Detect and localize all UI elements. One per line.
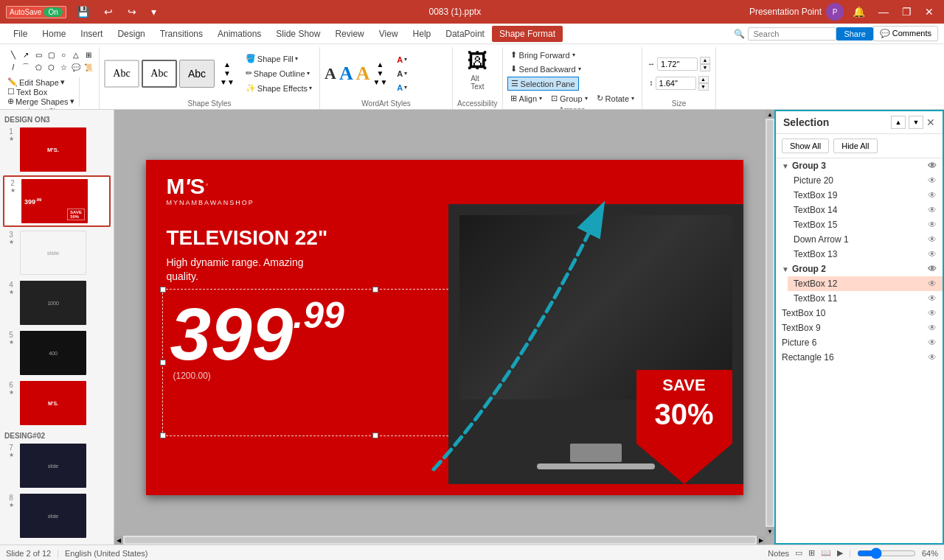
pentagon-icon[interactable]: ⬠ <box>32 61 44 73</box>
slide-item-6[interactable]: 6 ★ M'S. <box>3 379 111 427</box>
styles-expand[interactable]: ▼▼ <box>220 78 235 86</box>
redo-button[interactable]: ↪ <box>123 4 141 19</box>
scroll-icon[interactable]: 📜 <box>83 61 94 73</box>
bring-forward-button[interactable]: ⬆ Bring Forward ▾ <box>507 49 578 61</box>
pane-up-button[interactable]: ▲ <box>891 116 906 129</box>
text-outline-button[interactable]: A ▾ <box>394 68 410 80</box>
present-icon[interactable]: ▶ <box>837 548 843 558</box>
slide-item-1[interactable]: 1 ★ M'S. <box>3 125 111 174</box>
shape-outline-button[interactable]: ✏ Shape Outline ▾ <box>243 67 315 80</box>
line2-icon[interactable]: / <box>7 61 19 73</box>
height-up[interactable]: ▲ <box>698 76 709 83</box>
reading-view-icon[interactable]: 📖 <box>821 548 831 558</box>
slide-sorter-icon[interactable]: ⊞ <box>808 548 815 558</box>
tab-shapeformat[interactable]: Shape Format <box>492 26 563 42</box>
width-up[interactable]: ▲ <box>700 57 710 64</box>
more-icon[interactable]: ⊞ <box>83 49 94 60</box>
slide-thumb-5[interactable]: 400 <box>20 331 86 375</box>
restore-button[interactable]: ❐ <box>898 4 916 19</box>
close-button[interactable]: ✕ <box>920 4 938 19</box>
textbox10-eye[interactable]: 👁 <box>928 308 937 318</box>
wa-scroll-up[interactable]: ▲ <box>373 60 388 69</box>
triangle-icon[interactable]: △ <box>70 49 82 60</box>
sel-item-textbox10[interactable]: TextBox 10 👁 <box>776 306 943 321</box>
sel-item-textbox15[interactable]: TextBox 15 👁 <box>788 217 943 232</box>
rectangle16-eye[interactable]: 👁 <box>928 352 937 363</box>
edit-shape-button[interactable]: ✏️ Edit Shape ▾ <box>7 77 65 87</box>
textbox11-eye[interactable]: 👁 <box>928 293 937 304</box>
options-button[interactable]: 🔔 <box>848 4 870 19</box>
autosave-badge[interactable]: AutoSave On <box>6 6 66 18</box>
alt-text-button[interactable]: 🖼 <box>467 49 487 73</box>
styles-scroll-up[interactable]: ▲ <box>220 60 235 69</box>
arrow-icon[interactable]: ↗ <box>20 49 32 60</box>
slide-item-7[interactable]: 7 ★ slide <box>3 441 111 490</box>
slide-item-8[interactable]: 8 ★ slide <box>3 491 111 540</box>
tab-help[interactable]: Help <box>406 26 439 42</box>
normal-view-icon[interactable]: ▭ <box>795 548 802 558</box>
undo-button[interactable]: ↩ <box>100 4 117 19</box>
sel-item-textbox11[interactable]: TextBox 11 👁 <box>788 291 943 306</box>
zoom-slider[interactable] <box>857 547 916 559</box>
sel-item-textbox14[interactable]: TextBox 14 👁 <box>788 203 943 217</box>
sel-item-rectangle16[interactable]: Rectangle 16 👁 <box>776 350 943 365</box>
align-button[interactable]: ⊞ Align ▾ <box>507 92 545 105</box>
picture20-eye[interactable]: 👁 <box>928 175 937 186</box>
rounded-rect-icon[interactable]: ▢ <box>45 49 57 60</box>
handle-bm[interactable] <box>372 433 378 438</box>
handle-tl[interactable] <box>160 287 166 293</box>
textbox9-eye[interactable]: 👁 <box>928 323 937 333</box>
slide-item-2[interactable]: 2 ★ 399.99 SAVE30% <box>3 175 111 227</box>
star-icon[interactable]: ☆ <box>58 61 69 73</box>
send-backward-button[interactable]: ⬇ Send Backward ▾ <box>507 63 584 75</box>
slide-thumb-3[interactable]: slide <box>20 231 86 275</box>
callout-icon[interactable]: 💬 <box>70 61 82 73</box>
shape-effects-button[interactable]: ✨ Shape Effects ▾ <box>243 82 315 94</box>
slide-thumb-4[interactable]: 1000 <box>20 281 86 325</box>
tab-file[interactable]: File <box>6 26 35 42</box>
customize-button[interactable]: ▾ <box>147 4 161 19</box>
autosave-toggle[interactable]: On <box>44 7 62 17</box>
style-box-3[interactable]: Abc <box>179 60 215 88</box>
slide-thumb-1[interactable]: M'S. <box>20 127 86 172</box>
selection-pane-button[interactable]: ☰ Selection Pane <box>507 77 579 91</box>
pane-down-button[interactable]: ▼ <box>909 116 923 129</box>
sel-item-textbox12[interactable]: TextBox 12 👁 <box>788 276 943 291</box>
height-down[interactable]: ▼ <box>698 83 709 91</box>
textbox14-eye[interactable]: 👁 <box>928 205 937 215</box>
tab-review[interactable]: Review <box>327 26 371 42</box>
text-effects-button[interactable]: A ▾ <box>394 82 410 94</box>
merge-shapes-button[interactable]: ⊕ Merge Shapes ▾ <box>7 97 74 106</box>
slide-thumb-8[interactable]: slide <box>20 494 86 538</box>
wa-sample-2[interactable]: A <box>339 63 353 85</box>
group-button[interactable]: ⊡ Group ▾ <box>548 92 591 105</box>
textbox15-eye[interactable]: 👁 <box>928 220 937 230</box>
avatar[interactable]: P <box>826 3 844 21</box>
rect-icon[interactable]: ▭ <box>32 49 44 60</box>
tab-home[interactable]: Home <box>35 26 73 42</box>
sel-item-textbox19[interactable]: TextBox 19 👁 <box>788 188 943 203</box>
tab-slideshow[interactable]: Slide Show <box>268 26 327 42</box>
textbox12-eye[interactable]: 👁 <box>928 279 937 289</box>
style-box-2[interactable]: Abc <box>142 60 177 88</box>
text-box-button[interactable]: ☐ Text Box <box>7 87 47 97</box>
group2-eye[interactable]: 👁 <box>928 264 937 274</box>
pane-close-button[interactable]: ✕ <box>926 116 935 128</box>
slide-item-3[interactable]: 3 ★ slide <box>3 228 111 277</box>
search-input[interactable] <box>748 27 836 41</box>
hexagon-icon[interactable]: ⬡ <box>45 61 57 73</box>
wa-sample-3[interactable]: A <box>356 63 370 85</box>
group3-eye[interactable]: 👁 <box>928 161 937 171</box>
handle-bl[interactable] <box>160 433 166 438</box>
sel-item-picture20[interactable]: Picture 20 👁 <box>788 173 943 188</box>
wa-scroll-down[interactable]: ▼ <box>373 69 388 77</box>
tab-datapoint[interactable]: DataPoint <box>438 26 492 42</box>
sel-item-group2[interactable]: ▼ Group 2 👁 <box>776 262 943 276</box>
rotate-button[interactable]: ↻ Rotate ▾ <box>594 92 637 105</box>
wa-expand[interactable]: ▼▼ <box>373 78 388 86</box>
handle-tm[interactable] <box>372 287 378 293</box>
textbox19-eye[interactable]: 👁 <box>928 190 937 200</box>
sel-item-picture6[interactable]: Picture 6 👁 <box>776 335 943 350</box>
save-button[interactable]: 💾 <box>72 4 94 19</box>
styles-scroll-down[interactable]: ▼ <box>220 69 235 77</box>
